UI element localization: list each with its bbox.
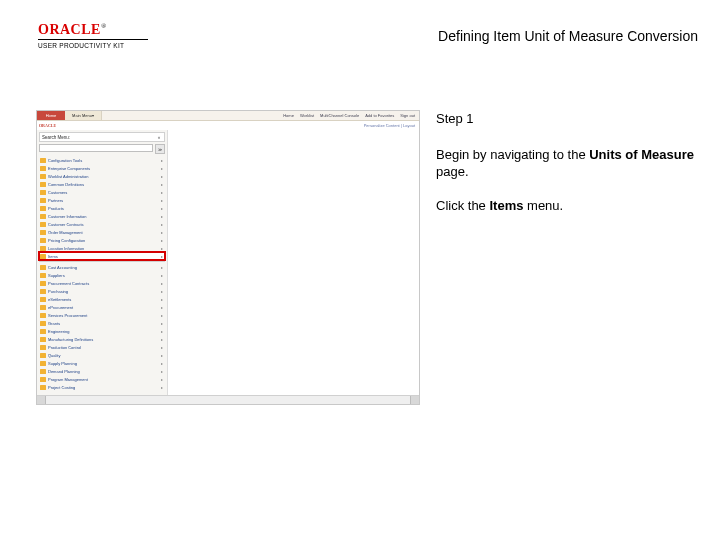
chevron-right-icon: ▸ (161, 229, 163, 236)
nav-panel: Search Menu: « ≫ Configuration Tools▸Ent… (37, 130, 168, 395)
tab-main-menu[interactable]: Main Menu ▾ (65, 111, 102, 120)
page-title: Defining Item Unit of Measure Conversion (438, 28, 698, 44)
folder-icon (40, 246, 46, 251)
chevron-right-icon: ▸ (161, 181, 163, 188)
nav-item[interactable]: Manufacturing Definitions▸ (39, 335, 165, 343)
nav-item[interactable]: Pricing Configuration▸ (39, 236, 165, 244)
nav-item[interactable]: Customer Information▸ (39, 212, 165, 220)
folder-icon (40, 337, 46, 342)
nav-item-label: Production Control (48, 344, 81, 351)
folder-icon (40, 321, 46, 326)
folder-icon (40, 369, 46, 374)
tab-home-label: Home (46, 113, 57, 118)
nav-item[interactable]: Worklist Administration▸ (39, 172, 165, 180)
folder-icon (40, 198, 46, 203)
nav-item[interactable]: Customer Contracts▸ (39, 220, 165, 228)
folder-icon (40, 361, 46, 366)
app-window: Home Main Menu ▾ Home Worklist MultiChan… (36, 110, 420, 405)
scrollbar-left-button[interactable] (37, 396, 46, 404)
header: ORACLE® USER PRODUCTIVITY KIT Defining I… (0, 0, 720, 66)
nav-item[interactable]: eProcurement▸ (39, 303, 165, 311)
chevron-right-icon: ▸ (161, 280, 163, 287)
chevron-right-icon: ▸ (161, 288, 163, 295)
folder-icon (40, 166, 46, 171)
nav-item-label: Partners (48, 197, 63, 204)
link-home[interactable]: Home (283, 113, 294, 118)
chevron-right-icon: ▸ (161, 245, 163, 252)
nav-item[interactable]: Configuration Tools▸ (39, 156, 165, 164)
chevron-right-icon: ▸ (161, 253, 163, 260)
folder-icon (40, 254, 46, 259)
nav-item[interactable]: Program Management▸ (39, 375, 165, 383)
collapse-icon[interactable]: « (156, 134, 162, 140)
nav-item[interactable]: Engineering▸ (39, 327, 165, 335)
nav-item-label: Worklist Administration (48, 173, 88, 180)
link-worklist[interactable]: Worklist (300, 113, 314, 118)
personalize-links[interactable]: Personalize Content | Layout (364, 123, 415, 128)
nav-item[interactable]: Project Costing▸ (39, 383, 165, 391)
chevron-right-icon: ▸ (161, 368, 163, 375)
step-label: Step 1 (436, 110, 698, 128)
scrollbar-right-button[interactable] (410, 396, 419, 404)
nav-item[interactable]: Quality▸ (39, 351, 165, 359)
link-add-fav[interactable]: Add to Favorites (365, 113, 394, 118)
nav-item[interactable]: Demand Planning▸ (39, 367, 165, 375)
nav-item[interactable]: Purchasing▸ (39, 287, 165, 295)
step-paragraph-2: Click the Items menu. (436, 197, 698, 215)
nav-title-bar: Search Menu: « (39, 132, 165, 142)
folder-icon (40, 174, 46, 179)
tab-home[interactable]: Home (37, 111, 65, 120)
link-mc-console[interactable]: MultiChannel Console (320, 113, 359, 118)
app-logobar: ORACLE Personalize Content | Layout (37, 121, 419, 130)
chevron-right-icon: ▸ (161, 205, 163, 212)
nav-title: Search Menu: (42, 135, 70, 140)
nav-item[interactable]: Customers▸ (39, 188, 165, 196)
folder-icon (40, 265, 46, 270)
chevron-right-icon: ▸ (161, 173, 163, 180)
chevron-right-icon: ▸ (161, 213, 163, 220)
search-go-button[interactable]: ≫ (155, 144, 165, 154)
chevron-right-icon: ▸ (161, 272, 163, 279)
step-paragraph-1-b: Units of Measure (589, 147, 694, 162)
nav-item[interactable]: Enterprise Components▸ (39, 164, 165, 172)
nav-item[interactable]: Supply Planning▸ (39, 359, 165, 367)
step-paragraph-1-c: page. (436, 164, 469, 179)
nav-item[interactable]: Items▸ (39, 252, 165, 260)
folder-icon (40, 281, 46, 286)
app-body: Search Menu: « ≫ Configuration Tools▸Ent… (37, 130, 419, 395)
nav-item[interactable]: Production Control▸ (39, 343, 165, 351)
nav-search-row: ≫ (39, 144, 165, 154)
folder-icon (40, 313, 46, 318)
search-input[interactable] (39, 144, 153, 152)
app-main-area (168, 130, 419, 395)
nav-item[interactable]: Order Management▸ (39, 228, 165, 236)
nav-item[interactable]: Products▸ (39, 204, 165, 212)
nav-item-label: Grants (48, 320, 60, 327)
link-signout[interactable]: Sign out (400, 113, 415, 118)
step-paragraph-1: Begin by navigating to the Units of Meas… (436, 146, 698, 181)
nav-item-label: Enterprise Components (48, 165, 90, 172)
nav-item[interactable]: Partners▸ (39, 196, 165, 204)
nav-item[interactable]: Cost Accounting▸ (39, 263, 165, 271)
page: ORACLE® USER PRODUCTIVITY KIT Defining I… (0, 0, 720, 540)
nav-item[interactable]: Common Definitions▸ (39, 180, 165, 188)
brand-block: ORACLE® USER PRODUCTIVITY KIT (38, 22, 158, 49)
folder-icon (40, 158, 46, 163)
nav-item[interactable]: Services Procurement▸ (39, 311, 165, 319)
nav-item[interactable]: Grants▸ (39, 319, 165, 327)
folder-icon (40, 206, 46, 211)
horizontal-scrollbar[interactable] (37, 395, 419, 404)
topbar-spacer (102, 111, 283, 120)
nav-item[interactable]: Procurement Contracts▸ (39, 279, 165, 287)
content-row: Step 1 Begin by navigating to the Units … (36, 110, 698, 450)
nav-item[interactable]: Suppliers▸ (39, 271, 165, 279)
nav-item[interactable]: eSettlements▸ (39, 295, 165, 303)
folder-icon (40, 214, 46, 219)
chevron-right-icon: ▸ (161, 296, 163, 303)
nav-item-label: eSettlements (48, 296, 71, 303)
folder-icon (40, 273, 46, 278)
nav-item[interactable]: Location Information▸ (39, 244, 165, 252)
app-topbar: Home Main Menu ▾ Home Worklist MultiChan… (37, 111, 419, 121)
chevron-right-icon: ▸ (161, 352, 163, 359)
chevron-down-icon: ▾ (92, 113, 94, 118)
